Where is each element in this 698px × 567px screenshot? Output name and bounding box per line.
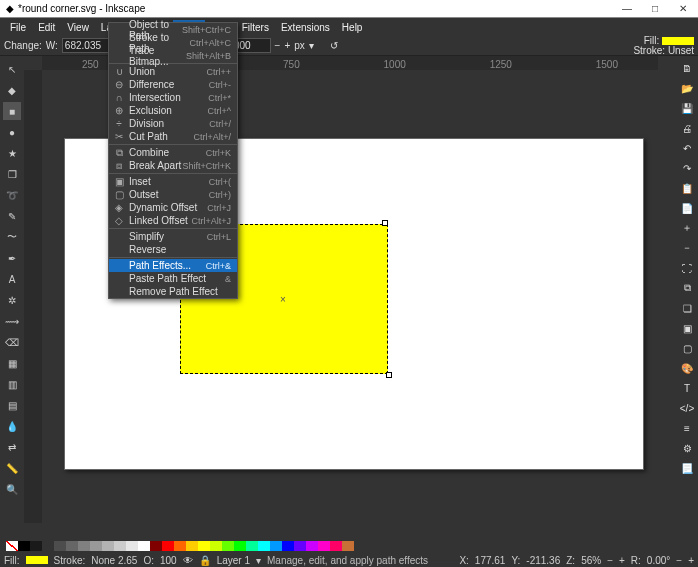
palette-swatch[interactable] <box>234 541 246 551</box>
star-tool[interactable]: ★ <box>3 144 21 162</box>
measure-tool[interactable]: 📏 <box>3 459 21 477</box>
status-zoom-value[interactable]: 56% <box>581 555 601 566</box>
path-menu-outset[interactable]: ▢OutsetCtrl+) <box>109 188 237 201</box>
lock-icon[interactable]: 🔒 <box>199 555 211 566</box>
palette-swatch[interactable] <box>78 541 90 551</box>
stroke-value[interactable]: Unset <box>668 45 694 56</box>
paste-icon[interactable]: 📄 <box>679 200 695 216</box>
palette-swatch[interactable] <box>258 541 270 551</box>
save-icon[interactable]: 💾 <box>679 100 695 116</box>
text-tool[interactable]: A <box>3 270 21 288</box>
close-button[interactable]: ✕ <box>670 2 696 16</box>
path-menu-division[interactable]: ÷DivisionCtrl+/ <box>109 117 237 130</box>
textprops-icon[interactable]: T <box>679 380 695 396</box>
reset-corners-icon[interactable]: ↺ <box>330 40 338 51</box>
tweak-tool[interactable]: ⟿ <box>3 312 21 330</box>
spiral-tool[interactable]: ➰ <box>3 186 21 204</box>
palette-swatch[interactable] <box>138 541 150 551</box>
open-icon[interactable]: 📂 <box>679 80 695 96</box>
path-menu-exclusion[interactable]: ⊕ExclusionCtrl+^ <box>109 104 237 117</box>
zoom-plus-icon[interactable]: + <box>619 555 625 566</box>
print-icon[interactable]: 🖨 <box>679 120 695 136</box>
zoom-in-icon[interactable]: ＋ <box>679 220 695 236</box>
rectangle-tool[interactable]: ■ <box>3 102 21 120</box>
ellipse-tool[interactable]: ● <box>3 123 21 141</box>
palette-swatch[interactable] <box>294 541 306 551</box>
palette-swatch[interactable] <box>246 541 258 551</box>
clone-icon[interactable]: ❏ <box>679 300 695 316</box>
xml-icon[interactable]: </> <box>679 400 695 416</box>
zoom-out-icon[interactable]: － <box>679 240 695 256</box>
path-menu-intersection[interactable]: ∩IntersectionCtrl+* <box>109 91 237 104</box>
rotate-plus-icon[interactable]: + <box>688 555 694 566</box>
paintbucket-tool[interactable]: ▦ <box>3 354 21 372</box>
unit-select[interactable]: px <box>294 40 305 51</box>
duplicate-icon[interactable]: ⧉ <box>679 280 695 296</box>
new-icon[interactable]: 🗎 <box>679 60 695 76</box>
docprops-icon[interactable]: 📃 <box>679 460 695 476</box>
status-fill-swatch[interactable] <box>26 556 48 564</box>
node-tool[interactable]: ◆ <box>3 81 21 99</box>
palette-swatch[interactable] <box>282 541 294 551</box>
path-menu-union[interactable]: ∪UnionCtrl++ <box>109 65 237 78</box>
layer-selector[interactable]: Layer 1 <box>217 555 250 566</box>
path-menu-dynamic-offset[interactable]: ◈Dynamic OffsetCtrl+J <box>109 201 237 214</box>
palette-swatch[interactable] <box>150 541 162 551</box>
corner-handle-tr[interactable] <box>382 220 388 226</box>
undo-icon[interactable]: ↶ <box>679 140 695 156</box>
status-rotate-value[interactable]: 0.00° <box>647 555 670 566</box>
fillstroke-icon[interactable]: 🎨 <box>679 360 695 376</box>
rotate-minus-icon[interactable]: − <box>676 555 682 566</box>
menu-view[interactable]: View <box>61 20 95 35</box>
no-fill-swatch[interactable] <box>6 541 18 551</box>
eraser-tool[interactable]: ⌫ <box>3 333 21 351</box>
width-input[interactable] <box>62 38 110 53</box>
path-menu-path-effects[interactable]: Path Effects...Ctrl+& <box>109 259 237 272</box>
calligraphy-tool[interactable]: ✒ <box>3 249 21 267</box>
connector-tool[interactable]: ⇄ <box>3 438 21 456</box>
palette-swatch[interactable] <box>114 541 126 551</box>
bezier-tool[interactable]: 〜 <box>3 228 21 246</box>
palette-swatch[interactable] <box>126 541 138 551</box>
path-menu-break-apart[interactable]: ⧈Break ApartShift+Ctrl+K <box>109 159 237 172</box>
palette-swatch[interactable] <box>162 541 174 551</box>
3dbox-tool[interactable]: ❒ <box>3 165 21 183</box>
minimize-button[interactable]: — <box>614 2 640 16</box>
path-menu-simplify[interactable]: SimplifyCtrl+L <box>109 230 237 243</box>
status-opacity-value[interactable]: 100 <box>160 555 177 566</box>
maximize-button[interactable]: □ <box>642 2 668 16</box>
palette-swatch[interactable] <box>342 541 354 551</box>
palette-swatch[interactable] <box>318 541 330 551</box>
path-menu-inset[interactable]: ▣InsetCtrl+( <box>109 175 237 188</box>
menu-filters[interactable]: Filters <box>236 20 275 35</box>
gradient-tool[interactable]: ▥ <box>3 375 21 393</box>
path-menu-cut-path[interactable]: ✂Cut PathCtrl+Alt+/ <box>109 130 237 143</box>
path-menu-linked-offset[interactable]: ◇Linked OffsetCtrl+Alt+J <box>109 214 237 227</box>
palette-swatch[interactable] <box>66 541 78 551</box>
palette-swatch[interactable] <box>90 541 102 551</box>
palette-swatch[interactable] <box>102 541 114 551</box>
align-icon[interactable]: ≡ <box>679 420 695 436</box>
selector-tool[interactable]: ↖ <box>3 60 21 78</box>
palette-swatch[interactable] <box>270 541 282 551</box>
ungroup-icon[interactable]: ▢ <box>679 340 695 356</box>
chevron-down-icon[interactable]: ▾ <box>256 555 261 566</box>
palette-swatch[interactable] <box>42 541 54 551</box>
path-menu-difference[interactable]: ⊖DifferenceCtrl+- <box>109 78 237 91</box>
zoom-tool[interactable]: 🔍 <box>3 480 21 498</box>
ry-plus-icon[interactable]: + <box>284 40 290 51</box>
palette-swatch[interactable] <box>30 541 42 551</box>
palette-swatch[interactable] <box>210 541 222 551</box>
redo-icon[interactable]: ↷ <box>679 160 695 176</box>
menu-edit[interactable]: Edit <box>32 20 61 35</box>
ry-minus-icon[interactable]: − <box>275 40 281 51</box>
spray-tool[interactable]: ✲ <box>3 291 21 309</box>
palette-swatch[interactable] <box>54 541 66 551</box>
path-menu-combine[interactable]: ⧉CombineCtrl+K <box>109 146 237 159</box>
palette-swatch[interactable] <box>174 541 186 551</box>
path-menu-reverse[interactable]: Reverse <box>109 243 237 256</box>
visibility-icon[interactable]: 👁 <box>183 555 193 566</box>
zoom-fit-icon[interactable]: ⛶ <box>679 260 695 276</box>
menu-extensions[interactable]: Extensions <box>275 20 336 35</box>
corner-handle-br[interactable] <box>386 372 392 378</box>
